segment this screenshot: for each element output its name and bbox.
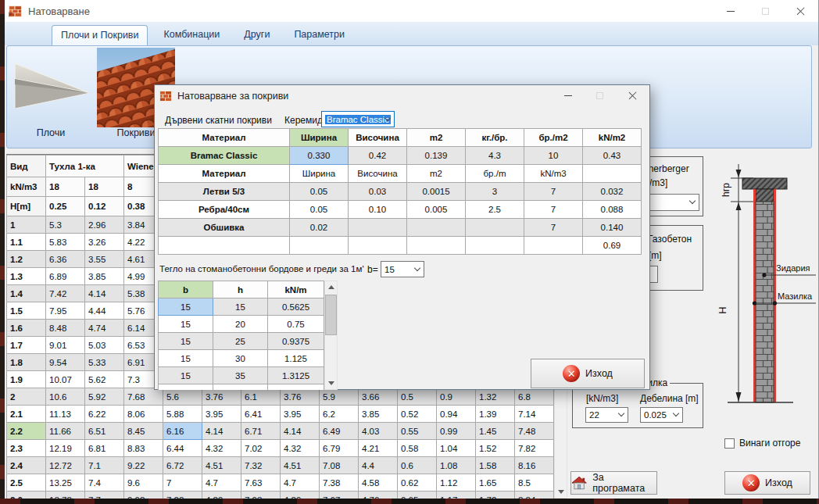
material-cell[interactable]: Bramac Classic <box>159 147 290 165</box>
column-header[interactable]: m2 <box>407 129 466 147</box>
table-cell[interactable]: 3.85 <box>359 406 398 423</box>
table-cell[interactable]: 2.96 <box>85 216 124 234</box>
tab-item[interactable]: Плочи и Покриви <box>52 25 148 45</box>
row-label[interactable]: 1.2 <box>7 251 46 268</box>
table-cell[interactable]: 13.78 <box>46 491 85 499</box>
table-cell[interactable]: 40 <box>213 384 268 391</box>
table-cell[interactable]: 0.12 <box>85 197 124 216</box>
table-cell[interactable]: 15 <box>159 350 213 367</box>
table-cell[interactable]: 7.7 <box>85 491 124 499</box>
table-cell[interactable]: 0.140 <box>583 219 642 237</box>
row-label[interactable]: 1.5 <box>7 302 46 320</box>
table-cell[interactable]: 0.03 <box>349 183 407 201</box>
about-button[interactable]: За програмата <box>570 471 657 495</box>
table-cell[interactable]: 3.76 <box>281 388 320 406</box>
table-cell[interactable]: 18 <box>85 177 124 197</box>
table-cell[interactable]: 0.5 <box>398 388 437 406</box>
table-cell[interactable]: 4.89 <box>281 491 320 499</box>
table-cell[interactable]: Височина <box>349 165 407 183</box>
table-cell[interactable]: 1.125 <box>268 350 324 367</box>
table-cell[interactable]: 8.16 <box>515 457 554 474</box>
table-cell[interactable]: 2.5 <box>466 201 524 219</box>
table-cell[interactable]: 7.95 <box>46 302 85 320</box>
table-cell[interactable]: 11.13 <box>46 406 85 423</box>
table-cell[interactable]: 1.65 <box>476 474 515 491</box>
table-cell[interactable]: 8.45 <box>124 423 163 440</box>
b-combo[interactable]: 15 <box>381 261 424 277</box>
material-cell[interactable]: Обшивка <box>159 219 290 237</box>
table-cell[interactable]: 15 <box>159 298 213 316</box>
beams-scrollbar[interactable] <box>324 281 338 390</box>
row-label[interactable]: 1.9 <box>7 371 46 388</box>
table-cell[interactable]: 4.21 <box>359 440 398 457</box>
table-cell[interactable]: 25 <box>213 333 268 350</box>
table-cell[interactable]: 7.02 <box>241 440 281 457</box>
main-titlebar[interactable]: Натоварване <box>5 0 818 22</box>
table-cell[interactable]: 0.10 <box>349 201 407 219</box>
table-cell[interactable]: 0.58 <box>398 440 437 457</box>
table-cell[interactable]: 1.52 <box>476 440 515 457</box>
table-cell[interactable]: 10.07 <box>46 371 85 388</box>
table-cell[interactable]: 6.71 <box>241 423 281 440</box>
column-header[interactable]: h <box>213 281 268 298</box>
table-cell[interactable]: 3 <box>466 183 524 201</box>
table-cell[interactable]: 5.9 <box>320 388 359 406</box>
table-cell[interactable]: 4.32 <box>202 440 241 457</box>
table-cell[interactable]: 5.3 <box>46 216 85 234</box>
table-cell[interactable]: 6.2 <box>320 406 359 423</box>
table-cell[interactable]: 7.28 <box>163 491 202 499</box>
table-cell[interactable]: 4.58 <box>359 474 398 491</box>
table-cell[interactable]: 7 <box>163 474 202 491</box>
dialog-maximize-button[interactable] <box>584 85 615 106</box>
table-cell[interactable]: 5.83 <box>46 234 85 251</box>
table-cell[interactable]: 15 <box>213 298 268 316</box>
table-cell[interactable]: 3.26 <box>85 234 124 251</box>
table-cell[interactable]: 15 <box>159 367 213 384</box>
table-cell[interactable]: 4.51 <box>281 457 320 474</box>
row-label[interactable]: 1 <box>7 216 46 234</box>
table-cell[interactable] <box>466 219 524 237</box>
column-header[interactable]: Ширина <box>290 129 349 147</box>
maximize-button[interactable] <box>748 0 783 22</box>
table-cell[interactable] <box>466 237 524 255</box>
table-cell[interactable]: 5.6 <box>163 388 202 406</box>
table-cell[interactable]: 4.32 <box>281 440 320 457</box>
table-cell[interactable]: kN/m3 <box>524 165 583 183</box>
table-cell[interactable]: m2 <box>407 165 466 183</box>
table-cell[interactable]: 4.74 <box>85 320 124 337</box>
table-cell[interactable]: 7.4 <box>85 474 124 491</box>
minimize-button[interactable] <box>713 0 748 22</box>
table-cell[interactable]: 6.79 <box>320 440 359 457</box>
table-cell[interactable]: 7.63 <box>241 474 281 491</box>
table-cell[interactable]: 5.92 <box>85 388 124 406</box>
table-cell[interactable]: 4.14 <box>85 285 124 302</box>
material-cell[interactable] <box>159 237 290 255</box>
table-cell[interactable]: 7 <box>524 219 583 237</box>
table-cell[interactable]: 0.52 <box>398 406 437 423</box>
table-cell[interactable]: 0.02 <box>290 219 349 237</box>
table-cell[interactable]: 3.85 <box>85 268 124 285</box>
tab-item[interactable]: Комбинации <box>155 25 228 45</box>
table-cell[interactable]: 8.48 <box>46 320 85 337</box>
table-cell[interactable]: 5.62 <box>85 371 124 388</box>
scrollbar-thumb[interactable] <box>325 295 337 335</box>
table-cell[interactable]: 6.89 <box>46 268 85 285</box>
table-cell[interactable]: 4.7 <box>202 474 241 491</box>
table-cell[interactable]: Ширина <box>290 165 349 183</box>
row-label[interactable]: 2.2 <box>7 423 46 440</box>
table-cell[interactable]: 35 <box>213 367 268 384</box>
row-label[interactable]: 1.1 <box>7 234 46 251</box>
table-cell[interactable]: 9.98 <box>124 491 163 499</box>
table-cell[interactable]: 6.22 <box>85 406 124 423</box>
table-cell[interactable]: 7.38 <box>320 474 359 491</box>
main-exit-button[interactable]: Изход <box>724 471 810 495</box>
table-cell[interactable]: 6.51 <box>85 423 124 440</box>
plaster-thickness-combo[interactable]: 0.025 <box>640 407 683 423</box>
table-cell[interactable]: 3.76 <box>202 388 241 406</box>
table-cell[interactable]: 4.3 <box>466 147 524 165</box>
row-label[interactable]: 2 <box>7 388 46 406</box>
table-cell[interactable]: 0.032 <box>583 183 642 201</box>
table-cell[interactable]: 0.6 <box>398 457 437 474</box>
table-cell[interactable]: 7.1 <box>85 457 124 474</box>
table-cell[interactable]: 9.6 <box>124 474 163 491</box>
